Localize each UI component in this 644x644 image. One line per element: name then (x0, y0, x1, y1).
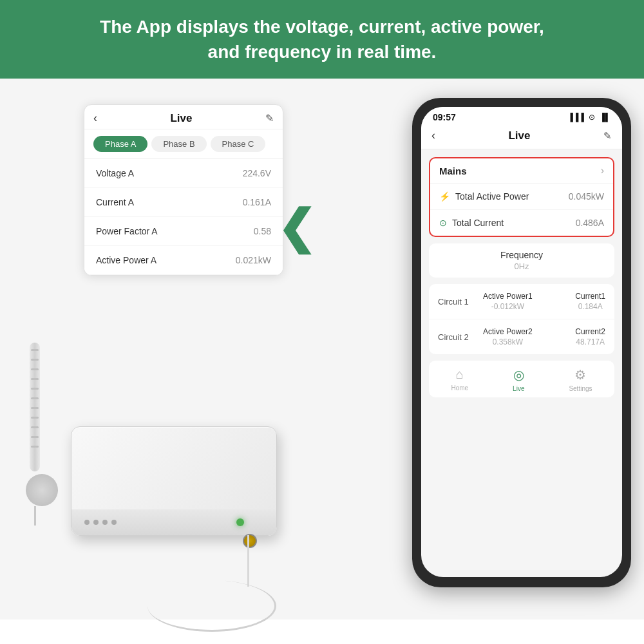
mains-title: Mains (439, 166, 467, 176)
circuit-1-current-label: Current1 (575, 292, 605, 301)
settings-icon: ⚙ (574, 367, 586, 383)
device-connector (243, 534, 257, 548)
home-tab-label: Home (451, 384, 468, 392)
power-factor-label: Power Factor A (96, 226, 158, 236)
total-current-label: Total Current (452, 218, 504, 228)
antenna (26, 343, 44, 523)
antenna-base (26, 474, 58, 506)
small-phone-header: ‹ Live ✎ (84, 105, 283, 129)
live-tab-label: Live (513, 385, 524, 392)
voltage-value: 224.6V (243, 168, 271, 178)
big-phone-edit[interactable]: ✎ (603, 130, 612, 142)
current-row: Current A 0.161A (84, 188, 283, 217)
phase-tabs: Phase A Phase B Phase C (84, 129, 283, 159)
circuit-1-power-col: Active Power1 -0.012kW (483, 292, 533, 311)
active-power-row: Active Power A 0.021kW (84, 246, 283, 275)
circuit-2-current-value: 48.717A (575, 337, 605, 346)
active-power-value: 0.021kW (236, 255, 271, 265)
battery-icon: ▐▌ (600, 113, 611, 122)
circuit-1-power-label: Active Power1 (483, 292, 533, 301)
voltage-label: Voltage A (96, 168, 134, 178)
small-phone-back[interactable]: ‹ (93, 111, 97, 125)
device-box (71, 426, 277, 536)
current-label: Current A (96, 197, 134, 207)
circuit-1-row: Circuit 1 Active Power1 -0.012kW Current… (429, 284, 614, 319)
live-icon: ◎ (513, 367, 524, 383)
frequency-section: Frequency 0Hz (429, 243, 614, 278)
device-dot-4 (111, 520, 117, 525)
wifi-icon: ⊙ (589, 113, 595, 122)
frequency-label: Frequency (438, 250, 605, 260)
phone-status-icons: ▐▐▐ ⊙ ▐▌ (567, 113, 611, 122)
phase-tab-a[interactable]: Phase A (93, 136, 147, 152)
antenna-body (30, 343, 40, 471)
total-active-power-value: 0.045kW (569, 191, 604, 202)
right-phone-container: 09:57 ▐▐▐ ⊙ ▐▌ ‹ Live ✎ Mains (399, 98, 631, 587)
circuit-1-current-value: 0.184A (575, 302, 605, 311)
chevron-left-icon: ❮ (277, 202, 316, 253)
antenna-wire (34, 506, 36, 526)
phone-status-bar: 09:57 ▐▐▐ ⊙ ▐▌ (421, 107, 622, 125)
phone-time: 09:57 (433, 112, 456, 122)
phone-tab-bar: ⌂ Home ◎ Live ⚙ Settings (429, 361, 614, 397)
active-power-label: Active Power A (96, 255, 156, 265)
circuit-1-name: Circuit 1 (438, 297, 483, 307)
main-content: ‹ Live ✎ Phase A Phase B Phase C Voltage… (0, 79, 644, 620)
circuit-1-power-value: -0.012kW (483, 302, 533, 311)
circuits-section: Circuit 1 Active Power1 -0.012kW Current… (429, 284, 614, 354)
total-active-power-label: Total Active Power (455, 191, 529, 202)
total-current-value: 0.486A (576, 218, 604, 228)
device-front (71, 509, 276, 535)
total-active-power-row: ⚡ Total Active Power 0.045kW (430, 184, 613, 210)
circuit-2-power-value: 0.358kW (483, 337, 533, 346)
device-led (236, 518, 244, 526)
circuit-2-power-col: Active Power2 0.358kW (483, 327, 533, 346)
frequency-value: 0Hz (438, 261, 605, 271)
power-factor-value: 0.58 (254, 226, 271, 236)
phone-app-header: ‹ Live ✎ (421, 125, 622, 149)
tab-settings[interactable]: ⚙ Settings (569, 367, 592, 392)
circuit-2-name: Circuit 2 (438, 332, 483, 342)
header-banner: The App displays the voltage, current, a… (0, 0, 644, 79)
circuit-2-current-label: Current2 (575, 327, 605, 336)
phase-tab-c[interactable]: Phase C (211, 136, 266, 152)
mains-arrow-icon: › (601, 165, 604, 176)
small-phone-edit[interactable]: ✎ (265, 112, 274, 124)
total-current-row: ⊙ Total Current 0.486A (430, 210, 613, 236)
device-hardware (6, 343, 316, 587)
big-phone-frame: 09:57 ▐▐▐ ⊙ ▐▌ ‹ Live ✎ Mains (412, 98, 631, 587)
total-current-left: ⊙ Total Current (439, 218, 504, 228)
home-icon: ⌂ (456, 367, 464, 382)
settings-tab-label: Settings (569, 385, 592, 392)
left-section: ‹ Live ✎ Phase A Phase B Phase C Voltage… (6, 91, 328, 607)
mains-header[interactable]: Mains › (430, 158, 613, 184)
device-wire (247, 535, 249, 587)
lightning-icon: ⚡ (439, 191, 450, 202)
big-phone-screen: 09:57 ▐▐▐ ⊙ ▐▌ ‹ Live ✎ Mains (421, 107, 622, 577)
circuit-2-data: Active Power2 0.358kW Current2 48.717A (483, 327, 605, 346)
device-dot-2 (93, 520, 99, 525)
circuit-2-power-label: Active Power2 (483, 327, 533, 336)
device-dot-3 (102, 520, 108, 525)
voltage-row: Voltage A 224.6V (84, 159, 283, 188)
big-phone-title: Live (508, 129, 530, 142)
big-phone-back[interactable]: ‹ (431, 129, 435, 142)
device-dot-1 (84, 520, 90, 525)
circuit-2-row: Circuit 2 Active Power2 0.358kW Current2… (429, 319, 614, 354)
small-phone-title: Live (170, 112, 192, 125)
circuit-1-current-col: Current1 0.184A (575, 292, 605, 311)
tab-live[interactable]: ◎ Live (513, 367, 524, 392)
header-title: The App displays the voltage, current, a… (26, 14, 618, 64)
circuit-2-current-col: Current2 48.717A (575, 327, 605, 346)
power-factor-row: Power Factor A 0.58 (84, 217, 283, 246)
small-phone-mockup: ‹ Live ✎ Phase A Phase B Phase C Voltage… (84, 104, 283, 276)
device-wire-curl (147, 580, 276, 632)
current-icon: ⊙ (439, 218, 447, 228)
total-active-power-left: ⚡ Total Active Power (439, 191, 529, 202)
between-arrow: ❮ (277, 204, 316, 251)
current-value: 0.161A (243, 197, 271, 207)
mains-section: Mains › ⚡ Total Active Power 0.045kW ⊙ (429, 157, 614, 237)
signal-icon: ▐▐▐ (567, 113, 584, 122)
tab-home[interactable]: ⌂ Home (451, 367, 468, 392)
phase-tab-b[interactable]: Phase B (151, 136, 206, 152)
